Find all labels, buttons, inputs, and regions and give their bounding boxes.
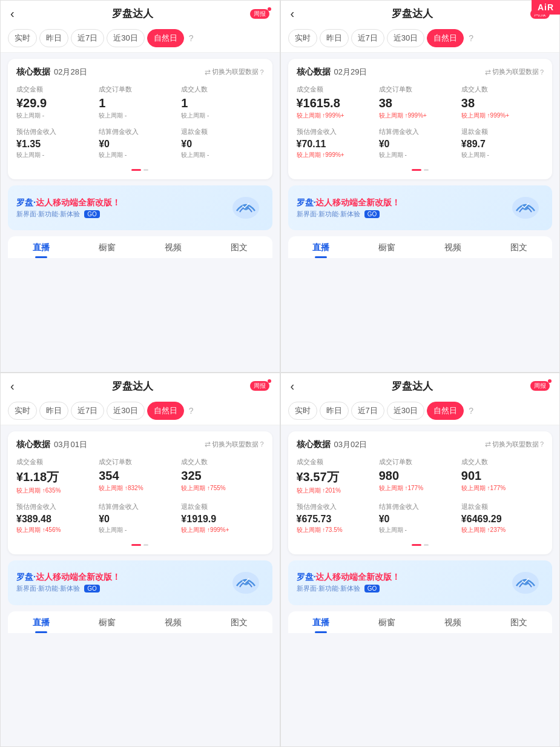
metrics-row-2: 预估佣金收入¥675.73较上周期 ↑73.5%结算佣金收入¥0较上周期 -退款… xyxy=(297,502,544,534)
tab-bar: 实时昨日近7日近30日自然日? xyxy=(1,397,280,425)
help-icon[interactable]: ? xyxy=(469,406,473,416)
switch-alliance-button[interactable]: ⇄ 切换为联盟数据 ? xyxy=(485,67,544,76)
content-tab-视频[interactable]: 视频 xyxy=(444,242,461,258)
back-button[interactable]: ‹ xyxy=(291,379,295,393)
metric-value: 1 xyxy=(181,96,263,110)
promo-banner[interactable]: 罗盘·达人移动端全新改版！新界面·新功能·新体验 GO xyxy=(8,560,272,605)
content-tab-直播[interactable]: 直播 xyxy=(33,242,50,258)
metric-item-2: 成交人数38较上周期 ↑999%+ xyxy=(461,85,544,120)
tab-近7日[interactable]: 近7日 xyxy=(71,29,104,47)
banner-go-button[interactable]: GO xyxy=(84,585,100,593)
banner-go-button[interactable]: GO xyxy=(84,210,100,218)
content-tab-橱窗[interactable]: 橱窗 xyxy=(99,242,116,258)
content-tab-橱窗[interactable]: 橱窗 xyxy=(378,617,395,633)
content-tab-直播[interactable]: 直播 xyxy=(312,242,329,258)
content-tab-橱窗[interactable]: 橱窗 xyxy=(378,242,395,258)
help-icon[interactable]: ? xyxy=(189,33,194,43)
metric-value: ¥3.57万 xyxy=(297,469,379,485)
metric-change: 较上周期 - xyxy=(16,111,99,120)
metric-item-0: 成交金额¥29.9较上周期 - xyxy=(16,85,99,120)
back-button[interactable]: ‹ xyxy=(10,7,15,21)
weekly-report-badge[interactable]: 周报 xyxy=(250,9,269,19)
content-tab-直播[interactable]: 直播 xyxy=(33,617,50,633)
pagination-dots xyxy=(297,167,544,174)
content-tab-视频[interactable]: 视频 xyxy=(165,242,182,258)
tab-实时[interactable]: 实时 xyxy=(8,402,37,420)
content-tab-图文[interactable]: 图文 xyxy=(231,242,248,258)
metrics-row-1: 成交金额¥29.9较上周期 -成交订单数1较上周期 -成交人数1较上周期 - xyxy=(16,85,264,120)
tab-近30日[interactable]: 近30日 xyxy=(387,29,424,47)
metric-label: 成交订单数 xyxy=(379,457,461,466)
dot-active xyxy=(412,544,421,546)
content-tab-直播[interactable]: 直播 xyxy=(312,617,329,633)
tab-昨日[interactable]: 昨日 xyxy=(39,402,68,420)
tab-近30日[interactable]: 近30日 xyxy=(387,402,424,420)
help-icon[interactable]: ? xyxy=(469,33,473,43)
tab-实时[interactable]: 实时 xyxy=(288,402,317,420)
metric-change: 较上周期 - xyxy=(99,151,181,159)
core-title-group: 核心数据03月02日 xyxy=(297,439,367,450)
page-title: 罗盘达人 xyxy=(112,379,153,393)
metric-item-r2-2: 退款金额¥1919.9较上周期 ↑999%+ xyxy=(181,502,263,534)
core-date: 03月01日 xyxy=(54,440,87,449)
tab-实时[interactable]: 实时 xyxy=(8,29,37,47)
core-header: 核心数据03月01日⇄ 切换为联盟数据 ? xyxy=(16,439,264,450)
content-tab-图文[interactable]: 图文 xyxy=(510,617,527,633)
phone-panel-panel-3: ‹罗盘达人周报实时昨日近7日近30日自然日?核心数据03月01日⇄ 切换为联盟数… xyxy=(0,373,280,748)
tab-近30日[interactable]: 近30日 xyxy=(107,402,144,420)
metric-item-r2-1: 结算佣金收入¥0较上周期 - xyxy=(99,502,181,534)
metric-label: 预估佣金收入 xyxy=(16,127,99,136)
metric-item-r2-0: 预估佣金收入¥389.48较上周期 ↑456% xyxy=(16,502,99,534)
content-tab-图文[interactable]: 图文 xyxy=(231,617,248,633)
back-button[interactable]: ‹ xyxy=(291,7,295,21)
tab-昨日[interactable]: 昨日 xyxy=(320,29,349,47)
switch-alliance-button[interactable]: ⇄ 切换为联盟数据 ? xyxy=(205,67,263,76)
tab-实时[interactable]: 实时 xyxy=(288,29,317,47)
metric-label: 成交金额 xyxy=(297,85,379,94)
metric-change: 较上周期 - xyxy=(379,151,461,159)
promo-banner[interactable]: 罗盘·达人移动端全新改版！新界面·新功能·新体验 GO xyxy=(288,560,553,605)
header: ‹罗盘达人周报 xyxy=(1,373,280,397)
banner-icon xyxy=(507,568,544,598)
promo-banner[interactable]: 罗盘·达人移动端全新改版！新界面·新功能·新体验 GO xyxy=(8,185,272,230)
metric-value: ¥0 xyxy=(99,514,181,525)
back-button[interactable]: ‹ xyxy=(10,379,15,393)
tab-昨日[interactable]: 昨日 xyxy=(320,402,349,420)
banner-text: 罗盘·达人移动端全新改版！新界面·新功能·新体验 GO xyxy=(297,198,401,219)
tab-近30日[interactable]: 近30日 xyxy=(107,29,144,47)
banner-title: 罗盘·达人移动端全新改版！ xyxy=(16,198,120,208)
banner-go-button[interactable]: GO xyxy=(364,210,380,218)
switch-alliance-button[interactable]: ⇄ 切换为联盟数据 ? xyxy=(205,440,263,449)
banner-icon xyxy=(228,193,264,223)
metric-item-2: 成交人数901较上周期 ↑177% xyxy=(461,457,544,495)
weekly-report-badge[interactable]: 周报 xyxy=(530,381,550,391)
tab-自然日[interactable]: 自然日 xyxy=(427,402,464,420)
banner-go-button[interactable]: GO xyxy=(364,585,380,593)
content-tab-bar: 直播橱窗视频图文 xyxy=(8,611,272,633)
tab-自然日[interactable]: 自然日 xyxy=(427,29,464,47)
tab-昨日[interactable]: 昨日 xyxy=(39,29,68,47)
tab-自然日[interactable]: 自然日 xyxy=(147,29,184,47)
promo-banner[interactable]: 罗盘·达人移动端全新改版！新界面·新功能·新体验 GO xyxy=(288,185,553,230)
pagination-dots xyxy=(16,542,264,549)
switch-alliance-button[interactable]: ⇄ 切换为联盟数据 ? xyxy=(485,440,544,449)
core-date: 02月29日 xyxy=(334,67,367,76)
help-icon[interactable]: ? xyxy=(189,406,194,416)
tab-近7日[interactable]: 近7日 xyxy=(351,402,384,420)
metric-label: 结算佣金收入 xyxy=(99,502,181,511)
tab-自然日[interactable]: 自然日 xyxy=(147,402,184,420)
content-tab-橱窗[interactable]: 橱窗 xyxy=(99,617,116,633)
weekly-report-badge[interactable]: 周报 xyxy=(250,381,269,391)
core-header: 核心数据02月28日⇄ 切换为联盟数据 ? xyxy=(16,66,264,78)
content-tab-视频[interactable]: 视频 xyxy=(165,617,182,633)
page-title: 罗盘达人 xyxy=(392,7,433,21)
metric-item-r2-1: 结算佣金收入¥0较上周期 - xyxy=(379,127,461,159)
dot-active xyxy=(131,544,141,546)
content-tab-图文[interactable]: 图文 xyxy=(510,242,527,258)
metric-change: 较上周期 - xyxy=(379,526,461,534)
content-tab-视频[interactable]: 视频 xyxy=(444,617,461,633)
tab-近7日[interactable]: 近7日 xyxy=(71,402,104,420)
tab-近7日[interactable]: 近7日 xyxy=(351,29,384,47)
metric-change: 较上周期 ↑635% xyxy=(16,486,99,495)
metric-item-0: 成交金额¥3.57万较上周期 ↑201% xyxy=(297,457,379,495)
